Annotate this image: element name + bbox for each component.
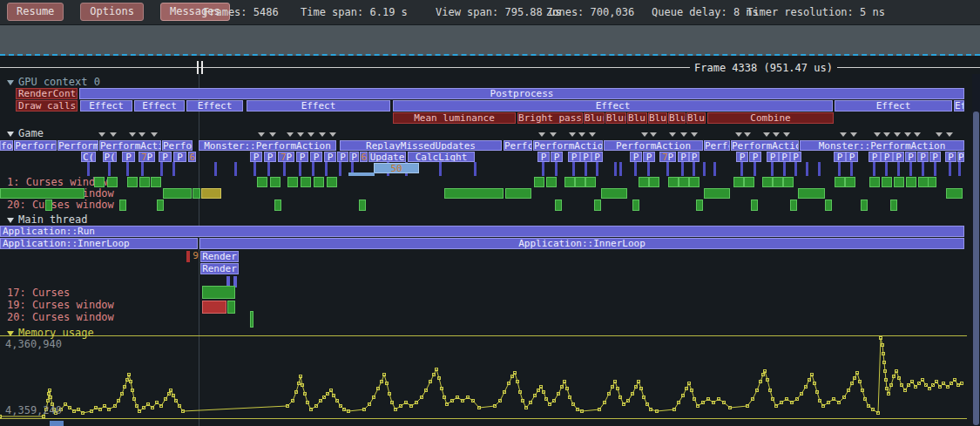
zone-bar[interactable]: Blur bbox=[627, 112, 647, 124]
lock-row-label[interactable]: 19: Curses window bbox=[7, 300, 114, 311]
lock-event[interactable] bbox=[227, 301, 235, 314]
zone-bar[interactable]: Effect bbox=[134, 100, 185, 112]
zone-bar[interactable]: P bbox=[296, 152, 308, 162]
message-marker-icon[interactable] bbox=[650, 132, 657, 137]
lock-event[interactable] bbox=[894, 177, 904, 187]
zone-bar[interactable]: P bbox=[929, 152, 941, 162]
zone-bar[interactable]: P bbox=[881, 152, 893, 162]
lock-event[interactable] bbox=[594, 199, 601, 211]
lock-event[interactable] bbox=[119, 199, 126, 211]
lock-event[interactable] bbox=[689, 177, 700, 187]
zone-bar[interactable]: P bbox=[537, 152, 550, 162]
lock-event[interactable] bbox=[94, 177, 105, 187]
lock-event[interactable] bbox=[250, 311, 253, 328]
section-header-game[interactable]: Game bbox=[7, 128, 44, 139]
zone-bar[interactable] bbox=[348, 172, 375, 176]
message-marker-icon[interactable] bbox=[569, 132, 576, 137]
zone-bar[interactable]: 7P bbox=[278, 152, 294, 162]
timeline[interactable]: 4,360,940 4,359,240 GPU context 0GameMai… bbox=[0, 0, 980, 426]
zone-bar[interactable]: PerformActior bbox=[99, 140, 161, 151]
zone-bar[interactable]: Mean luminance bbox=[393, 112, 516, 124]
lock-event[interactable] bbox=[733, 177, 744, 187]
zone-bar[interactable]: Combine bbox=[707, 112, 834, 124]
section-header-gpu-context-0[interactable]: GPU context 0 bbox=[7, 77, 100, 87]
message-marker-icon[interactable] bbox=[550, 132, 557, 137]
memory-plot[interactable] bbox=[0, 335, 973, 426]
zone-bar[interactable]: Blur bbox=[605, 112, 626, 124]
lock-event[interactable] bbox=[762, 177, 773, 187]
lock-event[interactable] bbox=[601, 188, 627, 199]
lock-row-label[interactable]: 17: Curses bbox=[7, 287, 70, 299]
zone-bar[interactable]: Effect bbox=[80, 100, 132, 112]
zone-bar[interactable]: Blur bbox=[686, 112, 706, 124]
lock-event[interactable] bbox=[274, 199, 281, 211]
lock-event[interactable] bbox=[301, 177, 311, 187]
zone-bar[interactable]: P bbox=[580, 152, 591, 162]
zone-bar[interactable]: 7P bbox=[139, 152, 155, 162]
zone-bar[interactable]: P bbox=[122, 152, 135, 162]
lock-event[interactable] bbox=[257, 177, 267, 187]
lock-event[interactable] bbox=[314, 177, 324, 187]
lock-event[interactable] bbox=[157, 199, 164, 211]
zone-bar[interactable]: P bbox=[779, 152, 790, 162]
lock-event[interactable] bbox=[861, 199, 868, 211]
zone-bar[interactable]: PerformActic bbox=[731, 140, 799, 151]
zone-bar[interactable]: Render bbox=[200, 251, 239, 262]
message-marker-icon[interactable] bbox=[773, 132, 780, 137]
lock-event[interactable] bbox=[696, 199, 703, 211]
message-marker-icon[interactable] bbox=[269, 132, 276, 137]
lock-event[interactable] bbox=[946, 188, 963, 199]
message-marker-icon[interactable] bbox=[680, 132, 687, 137]
message-marker-icon[interactable] bbox=[783, 132, 790, 137]
zone-bar[interactable]: P bbox=[834, 152, 846, 162]
zone-bar[interactable]: Bright pass bbox=[517, 112, 583, 124]
lock-event[interactable] bbox=[575, 177, 585, 187]
lock-event[interactable] bbox=[505, 188, 531, 199]
lock-event[interactable] bbox=[202, 286, 235, 299]
zone-bar[interactable]: PerformActio bbox=[533, 140, 603, 151]
lock-event[interactable] bbox=[668, 177, 679, 187]
lock-event[interactable] bbox=[107, 177, 118, 187]
lock-event[interactable] bbox=[444, 188, 504, 199]
lock-event[interactable] bbox=[0, 188, 84, 199]
zone-bar[interactable]: CalcLight bbox=[408, 152, 475, 162]
lock-event[interactable] bbox=[845, 177, 855, 187]
lock-event[interactable] bbox=[585, 177, 596, 187]
section-header-memory-usage[interactable]: Memory usage bbox=[7, 328, 94, 338]
lock-event[interactable] bbox=[359, 199, 366, 211]
message-marker-icon[interactable] bbox=[894, 132, 901, 137]
zone-bar[interactable]: Perfoi bbox=[162, 140, 193, 151]
zone-bar[interactable]: P bbox=[264, 152, 276, 162]
zone-bar[interactable]: Application::InnerLoop bbox=[199, 238, 964, 249]
zone-bar[interactable]: Blu bbox=[668, 112, 686, 124]
zone-bar[interactable]: P bbox=[846, 152, 858, 162]
zone-bar[interactable]: 50 bbox=[374, 163, 419, 173]
lock-event[interactable] bbox=[127, 177, 138, 187]
zone-bar[interactable]: P bbox=[689, 152, 700, 162]
zone-bar[interactable]: P bbox=[917, 152, 929, 162]
scrollbar-thumb[interactable] bbox=[973, 112, 979, 425]
lock-event[interactable] bbox=[783, 177, 794, 187]
zone-bar[interactable]: Render bbox=[200, 263, 239, 274]
zone-bar[interactable]: fo bbox=[0, 140, 13, 151]
lock-event[interactable] bbox=[798, 188, 825, 199]
zone-bar[interactable]: Draw calls bbox=[16, 100, 78, 112]
lock-event[interactable] bbox=[928, 177, 936, 187]
lock-event[interactable] bbox=[327, 177, 337, 187]
zone-bar[interactable]: P bbox=[749, 152, 761, 162]
zone-bar[interactable]: Application::Run bbox=[0, 226, 964, 237]
zone-bar[interactable]: P bbox=[905, 152, 916, 162]
message-marker-icon[interactable] bbox=[589, 132, 596, 137]
message-marker-icon[interactable] bbox=[329, 132, 336, 137]
zone-bar[interactable]: P bbox=[868, 152, 881, 162]
message-marker-icon[interactable] bbox=[914, 132, 921, 137]
zone-bar[interactable]: 9 bbox=[192, 251, 199, 262]
zone-bar[interactable]: P bbox=[349, 152, 359, 162]
message-marker-icon[interactable] bbox=[744, 132, 751, 137]
zone-bar[interactable]: P bbox=[337, 152, 348, 162]
message-marker-icon[interactable] bbox=[258, 132, 265, 137]
lock-event[interactable] bbox=[534, 177, 544, 187]
zone-bar[interactable]: P( bbox=[103, 152, 117, 162]
message-marker-icon[interactable] bbox=[151, 132, 158, 137]
lock-event[interactable] bbox=[869, 177, 880, 187]
